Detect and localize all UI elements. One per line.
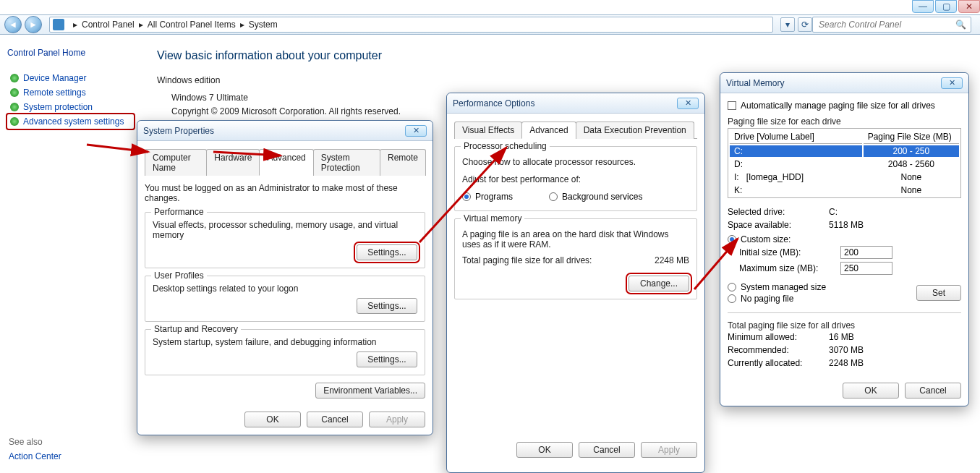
shield-icon: [10, 103, 19, 111]
tab-system-protection[interactable]: System Protection: [313, 149, 380, 176]
drive-row[interactable]: C: 200 - 250: [730, 145, 959, 157]
dialog-close-button[interactable]: ✕: [677, 98, 699, 109]
column-paging-file: Paging File Size (MB): [864, 130, 959, 144]
dialog-titlebar[interactable]: System Properties ✕: [137, 121, 433, 141]
drive-paging-file: None: [864, 184, 959, 196]
refresh-button[interactable]: ⟳: [798, 17, 812, 32]
checkbox-icon: [728, 101, 736, 110]
cancel-button[interactable]: Cancel: [579, 442, 635, 458]
drive-row[interactable]: D: 2048 - 2560: [730, 158, 959, 170]
dialog-footer: OK Cancel Apply: [137, 406, 433, 435]
ok-button[interactable]: OK: [516, 442, 573, 458]
drive-row[interactable]: K: None: [730, 184, 959, 196]
radio-dot-icon: [728, 294, 736, 303]
change-button[interactable]: Change...: [629, 276, 689, 291]
system-properties-dialog: System Properties ✕ Computer Name Hardwa…: [137, 120, 433, 435]
minimum-allowed-value: 16 MB: [829, 331, 854, 344]
virtual-memory-desc: A paging file is an area on the hard dis…: [462, 229, 689, 250]
see-also-header: See also: [9, 437, 61, 447]
radio-label: Custom size:: [741, 234, 791, 244]
dialog-close-button[interactable]: ✕: [405, 125, 427, 137]
breadcrumb-item[interactable]: System: [249, 20, 278, 30]
drive-row[interactable]: I: [Iomega_HDD] None: [730, 171, 959, 183]
radio-no-paging-file[interactable]: No paging file: [728, 294, 916, 304]
minimize-button[interactable]: —: [912, 0, 934, 13]
set-button[interactable]: Set: [916, 285, 961, 301]
total-paging-value: 2248 MB: [655, 255, 689, 265]
virtual-memory-dialog: Virtual Memory ✕ Automatically manage pa…: [720, 72, 969, 406]
radio-dot-icon: [549, 192, 558, 201]
user-profiles-desc: Desktop settings related to your logon: [153, 284, 417, 294]
tab-visual-effects[interactable]: Visual Effects: [454, 122, 522, 139]
breadcrumb-item[interactable]: All Control Panel Items: [148, 20, 236, 30]
drive-table[interactable]: Drive [Volume Label] Paging File Size (M…: [728, 128, 961, 198]
tab-dep[interactable]: Data Execution Prevention: [576, 122, 694, 139]
address-controls: ▾ ⟳: [780, 17, 812, 32]
space-available-label: Space available:: [728, 218, 822, 231]
minimum-allowed-label: Minimum allowed:: [728, 331, 822, 344]
performance-settings-button[interactable]: Settings...: [357, 244, 417, 260]
column-drive: Drive [Volume Label]: [730, 130, 862, 144]
explorer-navbar: ◄ ► ▸ Control Panel ▸ All Control Panel …: [0, 14, 980, 35]
close-button[interactable]: ✕: [958, 0, 980, 13]
tab-hardware[interactable]: Hardware: [206, 149, 260, 176]
dialog-close-button[interactable]: ✕: [941, 77, 963, 89]
see-also-action-center[interactable]: Action Center: [9, 451, 61, 461]
ok-button[interactable]: OK: [244, 412, 301, 427]
environment-variables-button[interactable]: Environment Variables...: [315, 383, 425, 399]
sysprops-tabstrip: Computer Name Hardware Advanced System P…: [145, 148, 425, 176]
group-legend: Startup and Recovery: [151, 324, 241, 334]
dialog-title: Performance Options: [453, 98, 534, 108]
space-available-value: 5118 MB: [829, 218, 864, 231]
processor-scheduling-group: Processor scheduling Choose how to alloc…: [454, 146, 697, 211]
control-panel-home-link[interactable]: Control Panel Home: [7, 48, 134, 58]
radio-background-services[interactable]: Background services: [549, 192, 642, 202]
user-profiles-settings-button[interactable]: Settings...: [357, 298, 417, 314]
search-box[interactable]: 🔍: [812, 17, 971, 33]
apply-button[interactable]: Apply: [641, 442, 697, 458]
tab-advanced[interactable]: Advanced: [521, 122, 576, 139]
nav-forward-button[interactable]: ►: [25, 16, 42, 33]
drive-letter: D:: [734, 159, 743, 169]
perfopts-tabstrip: Visual Effects Advanced Data Execution P…: [454, 121, 697, 139]
sidebar-item-advanced-system-settings[interactable]: Advanced system settings: [7, 114, 134, 129]
tab-advanced[interactable]: Advanced: [259, 149, 313, 176]
sidebar-item-remote-settings[interactable]: Remote settings: [7, 85, 134, 100]
dialog-titlebar[interactable]: Performance Options ✕: [447, 93, 704, 114]
radio-dot-icon: [462, 192, 471, 201]
auto-manage-checkbox[interactable]: Automatically manage paging file size fo…: [728, 101, 961, 111]
radio-custom-size[interactable]: Custom size:: [728, 234, 961, 244]
nav-back-button[interactable]: ◄: [4, 16, 22, 33]
cancel-button[interactable]: Cancel: [905, 383, 961, 399]
search-input[interactable]: [817, 19, 955, 30]
breadcrumb-item[interactable]: Control Panel: [82, 20, 135, 30]
radio-programs[interactable]: Programs: [462, 192, 513, 202]
chevron-right-icon: ▸: [73, 20, 77, 30]
selected-drive-value: C:: [829, 205, 838, 218]
sidebar-item-device-manager[interactable]: Device Manager: [7, 71, 134, 85]
radio-dot-icon: [728, 235, 736, 244]
currently-allocated-label: Currently allocated:: [728, 357, 822, 370]
tab-remote[interactable]: Remote: [380, 149, 426, 176]
dialog-titlebar[interactable]: Virtual Memory ✕: [720, 73, 968, 93]
startup-recovery-group: Startup and Recovery System startup, sys…: [145, 329, 425, 375]
apply-button[interactable]: Apply: [369, 412, 425, 427]
maximize-button[interactable]: ▢: [935, 0, 957, 13]
address-dropdown-button[interactable]: ▾: [780, 17, 795, 32]
radio-system-managed[interactable]: System managed size: [728, 282, 916, 292]
initial-size-input[interactable]: [840, 246, 892, 259]
startup-recovery-settings-button[interactable]: Settings...: [357, 351, 417, 367]
maximum-size-input[interactable]: [840, 262, 892, 275]
admin-note-text: You must be logged on as an Administrato…: [145, 183, 425, 203]
tab-computer-name[interactable]: Computer Name: [145, 149, 207, 176]
recommended-value: 3070 MB: [829, 344, 864, 357]
ok-button[interactable]: OK: [843, 383, 899, 399]
sidebar-item-label: System protection: [23, 102, 93, 112]
breadcrumb[interactable]: ▸ Control Panel ▸ All Control Panel Item…: [49, 17, 773, 33]
performance-options-dialog: Performance Options ✕ Visual Effects Adv…: [446, 93, 705, 473]
dialog-footer: OK Cancel: [720, 377, 968, 406]
radio-label: System managed size: [741, 282, 826, 292]
sidebar-item-system-protection[interactable]: System protection: [7, 100, 134, 114]
cancel-button[interactable]: Cancel: [307, 412, 363, 427]
radio-label: No paging file: [741, 294, 793, 304]
